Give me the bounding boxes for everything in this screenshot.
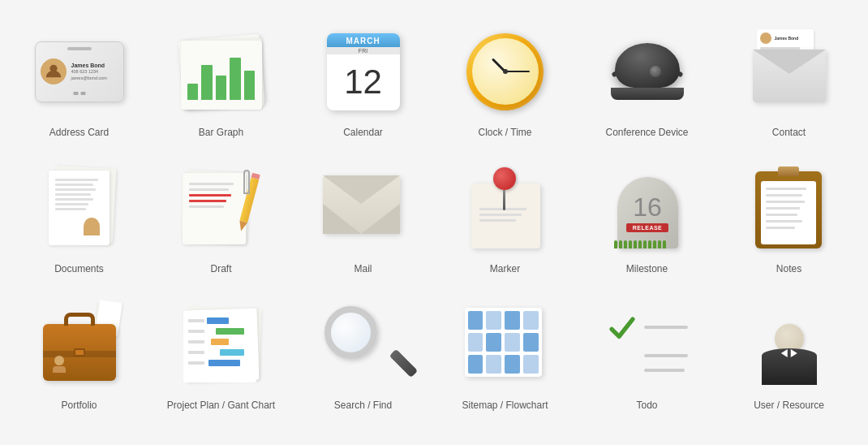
todo-text-3 [644,369,685,372]
draft-visual [173,159,270,257]
mail-label: Mail [354,263,372,274]
env-avatar-icon [760,32,771,44]
address-card-visual: James Bond 408 623 1234 james@bond.com [31,23,128,120]
bar-4 [230,58,241,100]
icon-item-calendar[interactable]: MARCH FRI 12 Calendar [292,16,434,145]
marker-visual [457,159,554,257]
envelope-flap-icon [753,50,826,74]
documents-visual [31,159,128,257]
draft-paper-front-icon [183,173,246,244]
gantt-label-5 [188,361,204,365]
icon-item-todo[interactable]: Todo [576,289,718,417]
marker-label: Marker [490,263,520,274]
gantt-row-5 [188,360,251,366]
sg-cell-10 [486,355,501,374]
bp-body-icon [53,366,66,373]
icon-item-milestone[interactable]: 16 RELEASE Milestone [576,153,718,281]
user-resource-icon [753,304,826,385]
draft-icon [181,170,262,247]
briefcase-person-icon [53,356,66,373]
icon-item-address-card[interactable]: James Bond 408 623 1234 james@bond.com A… [8,16,150,145]
gantt-bar-4 [220,349,244,356]
pencil-tip-icon [237,220,247,231]
minute-hand-icon [505,71,530,72]
gantt-front-icon [183,311,256,382]
sitemap-visual [457,296,554,393]
clock-inner [472,38,539,105]
mail-flap-icon [323,175,400,204]
gantt-bar-area-1 [207,318,251,324]
portfolio-visual [31,296,128,393]
bow-right-icon [791,349,797,357]
doc-lines-front [49,171,110,218]
paperclip-icon [243,170,250,194]
sg-cell-7 [505,333,520,352]
icon-item-search[interactable]: Search / Find [292,289,434,417]
todo-line-2 [607,354,688,357]
icon-item-portfolio[interactable]: Portfolio [8,289,150,417]
gantt-label-4 [188,351,204,354]
card-name: James Bond [71,62,118,69]
icon-item-project-plan[interactable]: Project Plan / Gant Chart [150,289,292,417]
icon-item-conference[interactable]: Conference Device [576,16,718,145]
marker-icon [465,167,546,248]
portfolio-icon [39,308,120,381]
pin-head-icon [493,167,516,190]
icon-item-marker[interactable]: Marker [434,153,576,281]
bar-2 [201,65,213,99]
icon-item-bar-graph[interactable]: Bar Graph [150,16,292,145]
conf-body-icon [615,43,680,88]
bar-5 [244,71,256,100]
sitemap-label: Sitemap / Flowchart [462,400,548,411]
sg-cell-9 [468,355,483,374]
gantt-bar-3 [211,339,229,345]
icon-item-contact[interactable]: James Bond Contact [718,16,860,145]
sg-cell-8 [523,333,539,352]
todo-line-3 [607,369,688,372]
documents-icon [39,167,120,248]
milestone-grass [614,240,666,248]
calendar-visual: MARCH FRI 12 [315,23,412,120]
milestone-icon: 16 RELEASE [611,167,684,248]
icon-item-documents[interactable]: Documents [8,153,150,281]
conference-icon [607,39,688,104]
address-card-label: Address Card [49,127,109,138]
contact-label: Contact [772,127,806,138]
card-dots [73,92,85,95]
gantt-bar-5 [208,360,240,366]
gantt-bar-area-2 [207,328,251,335]
gantt-row-1 [188,318,251,324]
icon-item-mail[interactable]: Mail [292,153,434,281]
mail-bottom-right-icon [361,204,400,234]
icon-item-notes[interactable]: Notes [718,153,860,281]
mail-bottom-left-icon [323,204,361,234]
tombstone-icon: 16 RELEASE [617,177,678,248]
icon-item-user-resource[interactable]: User / Resource [718,289,860,417]
icon-item-draft[interactable]: Draft [150,153,292,281]
sg-cell-4 [523,311,539,330]
gantt-icon [181,306,262,383]
gantt-label-3 [188,340,204,343]
sitemap-grid-icon [465,308,542,377]
briefcase-icon [43,324,116,381]
gantt-bar-area-4 [207,349,251,356]
icon-item-sitemap[interactable]: Sitemap / Flowchart [434,289,576,417]
tombstone-banner: RELEASE [626,223,669,232]
bar-graph-label: Bar Graph [199,127,243,138]
sg-cell-2 [486,311,501,330]
todo-lines-container [607,308,688,372]
search-find-label: Search / Find [334,400,392,411]
icon-item-clock[interactable]: Clock / Time [434,16,576,145]
bar-graph-icon [181,37,262,106]
bar-3 [216,76,227,99]
card-avatar-icon [41,58,67,84]
notes-lines [761,181,816,235]
draft-lines [183,173,246,214]
draft-label: Draft [210,263,231,274]
bar-1 [187,84,199,100]
contact-icon: James Bond [749,41,830,102]
gantt-row-3 [188,339,251,345]
notes-label: Notes [776,263,801,274]
sg-cell-12 [523,355,539,374]
tombstone-number: 16 [633,194,662,220]
